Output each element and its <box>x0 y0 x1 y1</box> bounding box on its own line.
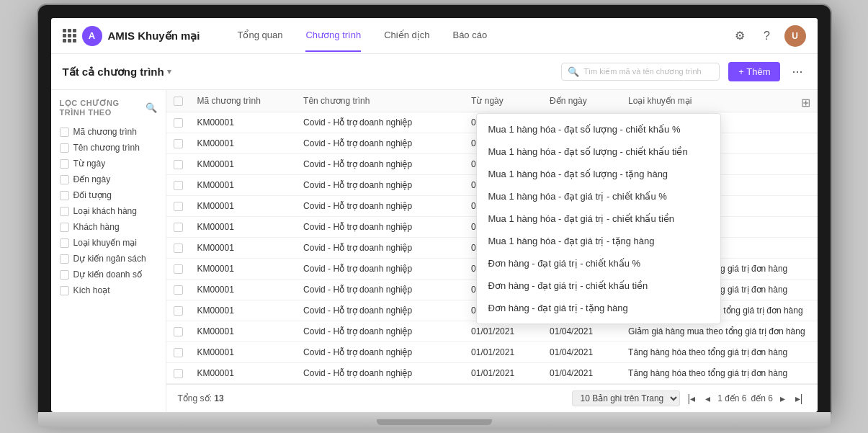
row-checkbox-cell[interactable] <box>166 238 190 259</box>
row-checkbox[interactable] <box>174 306 183 316</box>
grid-icon[interactable] <box>63 29 76 43</box>
last-page-button[interactable]: ▸| <box>792 391 806 406</box>
filter-checkbox[interactable] <box>60 159 69 169</box>
filter-checkbox[interactable] <box>60 191 69 200</box>
row-checkbox[interactable] <box>174 327 183 336</box>
first-page-button[interactable]: |◂ <box>684 391 698 406</box>
nav-chien-dich[interactable]: Chiến dịch <box>384 19 429 52</box>
filter-checkbox[interactable] <box>60 128 69 137</box>
column-adjust-button[interactable]: ⊞ <box>801 96 810 110</box>
filter-item[interactable]: Khách hàng <box>60 219 157 235</box>
filter-item[interactable]: Dự kiến doanh số <box>60 267 157 282</box>
filter-item[interactable]: Đối tượng <box>60 187 157 203</box>
row-checkbox[interactable] <box>174 285 183 295</box>
table-footer: Tổng số: 13 10 Bản ghi trên Trang |◂ ◂ 1… <box>166 384 818 412</box>
filter-item[interactable]: Loại khách hàng <box>60 203 157 219</box>
cell-ma: KM00001 <box>190 238 297 259</box>
col-ma: Mã chương trình <box>190 90 297 112</box>
row-checkbox[interactable] <box>174 139 183 148</box>
cell-loai: Tăng hàng hóa theo tổng giá trị đơn hàng <box>621 363 817 384</box>
page-toolbar: Tất cả chương trình ▾ 🔍 Tìm kiếm mã và t… <box>51 54 818 90</box>
filter-checkbox[interactable] <box>60 270 69 280</box>
row-checkbox-cell[interactable] <box>166 280 190 300</box>
filter-item[interactable]: Đến ngày <box>60 171 157 187</box>
total-label: Tổng số: <box>178 393 212 403</box>
logo-area: A AMIS Khuyến mại <box>63 26 218 46</box>
row-checkbox[interactable] <box>174 160 183 169</box>
row-checkbox-cell[interactable] <box>166 300 190 321</box>
search-box[interactable]: 🔍 Tìm kiếm mã và tên chương trình <box>561 63 720 81</box>
cell-ma: KM00001 <box>190 259 297 280</box>
cell-ma: KM00001 <box>190 342 297 363</box>
nav-chuong-trinh[interactable]: Chương trình <box>305 19 361 52</box>
row-checkbox[interactable] <box>174 181 183 190</box>
row-checkbox-cell[interactable] <box>166 321 190 342</box>
filter-search-button[interactable]: 🔍 <box>146 101 157 115</box>
dropdown-item[interactable]: Đơn hàng - đạt giá trị - chiết khấu tiền <box>477 274 720 297</box>
row-checkbox[interactable] <box>174 223 183 232</box>
next-page-button[interactable]: ▸ <box>777 391 788 406</box>
filter-checkbox[interactable] <box>60 223 69 232</box>
dropdown-caret-icon[interactable]: ▾ <box>167 67 171 76</box>
page-title: Tất cả chương trình ▾ <box>63 66 171 79</box>
row-checkbox[interactable] <box>174 244 183 253</box>
page-size-select[interactable]: 10 Bản ghi trên Trang <box>572 390 680 406</box>
cell-ma: KM00001 <box>190 217 297 238</box>
dropdown-item[interactable]: Mua 1 hàng hóa - đạt giá trị - chiết khấ… <box>477 207 720 230</box>
filter-checkbox[interactable] <box>60 207 69 216</box>
filter-checkbox[interactable] <box>60 143 69 153</box>
row-checkbox-cell[interactable] <box>166 154 190 175</box>
row-checkbox-cell[interactable] <box>166 196 190 217</box>
user-avatar[interactable]: U <box>784 25 806 47</box>
cell-ten: Covid - Hỗ trợ doanh nghiệp <box>296 259 464 280</box>
filter-item[interactable]: Mã chương trình <box>60 124 157 140</box>
filter-item[interactable]: Tên chương trình <box>60 140 157 156</box>
dropdown-item[interactable]: Mua 1 hàng hóa - đạt số lượng - chiết kh… <box>477 140 720 163</box>
settings-button[interactable]: ⚙ <box>730 26 750 46</box>
prev-page-button[interactable]: ◂ <box>702 391 713 406</box>
dropdown-item[interactable]: Mua 1 hàng hóa - đạt số lượng - tặng hàn… <box>477 163 720 185</box>
row-checkbox[interactable] <box>174 369 183 378</box>
filter-checkbox[interactable] <box>60 254 69 264</box>
row-checkbox-cell[interactable] <box>166 342 190 363</box>
cell-tu-ngay: 01/01/2021 <box>464 363 542 384</box>
select-all-header[interactable] <box>166 90 190 112</box>
row-checkbox-cell[interactable] <box>166 259 190 280</box>
row-checkbox[interactable] <box>174 348 183 357</box>
table-row[interactable]: KM00001 Covid - Hỗ trợ doanh nghiệp 01/0… <box>166 342 818 363</box>
cell-ma: KM00001 <box>190 112 297 133</box>
row-checkbox-cell[interactable] <box>166 133 190 154</box>
row-checkbox-cell[interactable] <box>166 112 190 133</box>
filter-item[interactable]: Dự kiến ngân sách <box>60 251 157 267</box>
row-checkbox-cell[interactable] <box>166 175 190 196</box>
filter-item[interactable]: Từ ngày <box>60 156 157 171</box>
row-checkbox-cell[interactable] <box>166 363 190 384</box>
cell-ma: KM00001 <box>190 300 297 321</box>
row-checkbox-cell[interactable] <box>166 217 190 238</box>
filter-checkbox[interactable] <box>60 175 69 184</box>
filter-item[interactable]: Kích hoạt <box>60 282 157 298</box>
more-options-button[interactable]: ··· <box>789 61 805 82</box>
filter-checkbox[interactable] <box>60 286 69 295</box>
cell-den-ngay: 01/04/2021 <box>542 363 621 384</box>
row-checkbox[interactable] <box>174 264 183 274</box>
help-button[interactable]: ? <box>757 26 777 46</box>
dropdown-item[interactable]: Đơn hàng - đạt giá trị - tặng hàng <box>477 297 720 319</box>
row-checkbox[interactable] <box>174 202 183 211</box>
filter-section-label: LỌC CHƯƠNG TRÌNH THEO <box>60 99 146 117</box>
dropdown-item[interactable]: Mua 1 hàng hóa - đạt giá trị - tặng hàng <box>477 230 720 252</box>
cell-ten: Covid - Hỗ trợ doanh nghiệp <box>296 217 464 238</box>
select-all-checkbox[interactable] <box>174 97 183 106</box>
nav-tong-quan[interactable]: Tổng quan <box>238 19 283 52</box>
cell-ten: Covid - Hỗ trợ doanh nghiệp <box>296 154 464 175</box>
nav-bao-cao[interactable]: Báo cáo <box>452 19 487 52</box>
filter-item[interactable]: Loại khuyến mại <box>60 235 157 251</box>
filter-checkbox[interactable] <box>60 238 69 248</box>
dropdown-item[interactable]: Đơn hàng - đạt giá trị - chiết khấu % <box>477 252 720 274</box>
row-checkbox[interactable] <box>174 118 183 128</box>
table-row[interactable]: KM00001 Covid - Hỗ trợ doanh nghiệp 01/0… <box>166 363 818 384</box>
dropdown-item[interactable]: Mua 1 hàng hóa - đạt giá trị - chiết khấ… <box>477 185 720 207</box>
dropdown-item[interactable]: Mua 1 hàng hóa - đạt số lượng - chiết kh… <box>477 118 720 140</box>
loai-dropdown: Mua 1 hàng hóa - đạt số lượng - chiết kh… <box>476 113 721 324</box>
add-button[interactable]: + Thêm <box>728 62 780 81</box>
